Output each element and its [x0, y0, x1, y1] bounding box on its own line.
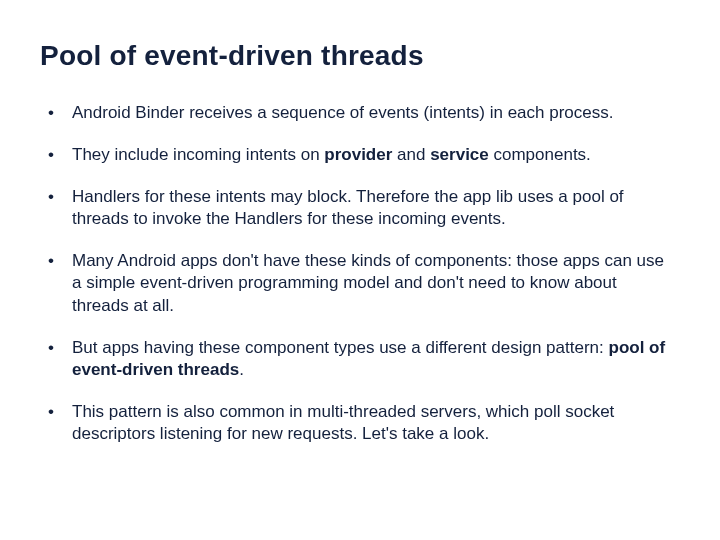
slide-title: Pool of event-driven threads — [40, 40, 670, 72]
bullet-list: Android Binder receives a sequence of ev… — [40, 102, 670, 445]
bullet-text: and — [392, 145, 430, 164]
bullet-text: . — [239, 360, 244, 379]
list-item: They include incoming intents on provide… — [40, 144, 670, 166]
list-item: But apps having these component types us… — [40, 337, 670, 381]
slide: Pool of event-driven threads Android Bin… — [0, 0, 720, 540]
list-item: Handlers for these intents may block. Th… — [40, 186, 670, 230]
bullet-text: They include incoming intents on — [72, 145, 324, 164]
bullet-text: This pattern is also common in multi-thr… — [72, 402, 614, 443]
bullet-text: Many Android apps don't have these kinds… — [72, 251, 664, 314]
list-item: This pattern is also common in multi-thr… — [40, 401, 670, 445]
bullet-text: But apps having these component types us… — [72, 338, 609, 357]
bullet-text: components. — [489, 145, 591, 164]
list-item: Many Android apps don't have these kinds… — [40, 250, 670, 316]
list-item: Android Binder receives a sequence of ev… — [40, 102, 670, 124]
bullet-text: Android Binder receives a sequence of ev… — [72, 103, 613, 122]
bullet-bold: provider — [324, 145, 392, 164]
bullet-bold: service — [430, 145, 489, 164]
bullet-text: Handlers for these intents may block. Th… — [72, 187, 624, 228]
